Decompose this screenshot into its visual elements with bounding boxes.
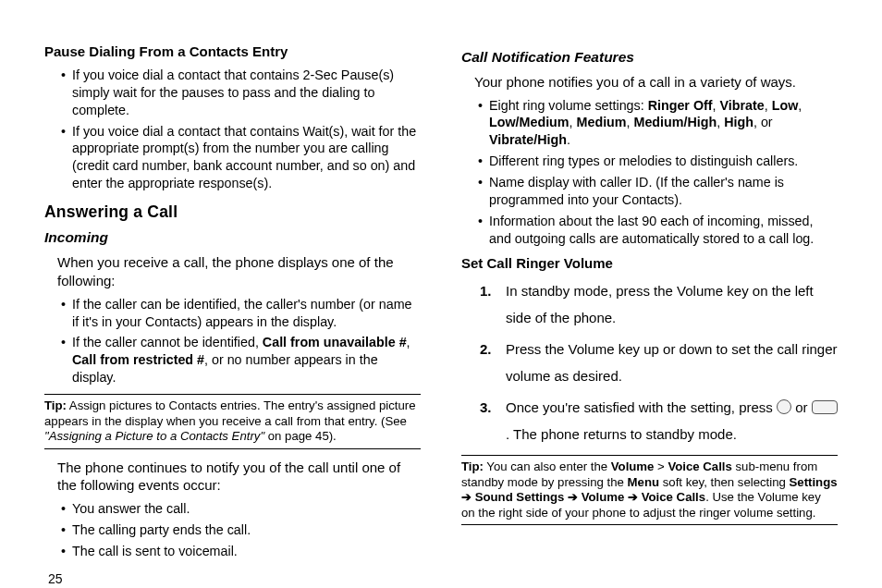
step-item: In standby mode, press the Volume key on…	[480, 278, 838, 331]
bold-text: Medium	[577, 115, 627, 129]
list-item: The calling party ends the call.	[61, 521, 421, 539]
ok-key-icon	[777, 399, 791, 414]
text: >	[654, 459, 668, 473]
bold-text: Ringer Off	[648, 98, 713, 113]
bold-text: Menu	[628, 475, 659, 489]
bold-text: Voice Calls	[642, 490, 705, 504]
heading-set-ringer-volume: Set Call Ringer Volume	[461, 254, 838, 273]
list-item: Name display with caller ID. (If the cal…	[478, 174, 838, 209]
bold-text: High	[724, 115, 753, 129]
tip-body: Assign pictures to Contacts entries. The…	[44, 398, 416, 428]
notification-intro: Your phone notifies you of a call in a v…	[474, 73, 838, 92]
list-item: If you voice dial a contact that contain…	[61, 123, 421, 192]
bold-text: Call from unavailable #	[263, 335, 407, 349]
text: soft key, then selecting	[659, 475, 790, 489]
text: The phone returns to standby mode.	[513, 426, 737, 442]
list-item: Eight ring volume settings: Ringer Off, …	[478, 97, 838, 150]
list-item: If the caller can be identified, the cal…	[61, 296, 421, 331]
continue-bullets: You answer the call. The calling party e…	[61, 500, 421, 560]
step-item: Press the Volume key up or down to set t…	[480, 337, 838, 389]
tip-body: on page 45).	[264, 429, 337, 443]
bold-text: Settings	[790, 475, 838, 489]
heading-incoming: Incoming	[44, 228, 421, 248]
bold-text: Voice Calls	[668, 459, 731, 473]
pause-bullets: If you voice dial a contact that contain…	[61, 67, 421, 192]
text: , or	[753, 115, 773, 129]
text: ,	[407, 335, 410, 349]
list-item: Different ring types or melodies to dist…	[478, 153, 838, 170]
bold-text: Vibrate	[720, 98, 765, 113]
tip-box: Tip: Assign pictures to Contacts entries…	[44, 394, 421, 449]
list-item: You answer the call.	[61, 500, 421, 518]
tip-label: Tip:	[461, 459, 484, 473]
tip-reference: "Assigning a Picture to a Contacts Entry…	[44, 429, 264, 443]
right-column: Call Notification Features Your phone no…	[454, 43, 838, 566]
heading-pause-dialing: Pause Dialing From a Contacts Entry	[44, 43, 421, 61]
columns: Pause Dialing From a Contacts Entry If y…	[44, 43, 838, 566]
arrow-icon: ➔	[461, 490, 472, 504]
arrow-icon: ➔	[628, 490, 638, 504]
continue-intro: The phone continues to notify you of the…	[57, 459, 421, 496]
list-item: Information about the last 90 each of in…	[478, 213, 838, 248]
notification-bullets: Eight ring volume settings: Ringer Off, …	[478, 97, 838, 248]
incoming-intro: When you receive a call, the phone displ…	[57, 253, 421, 290]
bold-text: Sound Settings	[475, 490, 565, 504]
bold-text: Volume	[582, 490, 625, 504]
bold-text: Low	[772, 98, 799, 113]
heading-answering-call: Answering a Call	[44, 202, 421, 223]
bold-text: Volume	[611, 459, 655, 473]
page-number: 25	[44, 571, 838, 586]
bold-text: Vibrate/High	[489, 132, 567, 147]
tip-box: Tip: You can also enter the Volume > Voi…	[461, 455, 838, 525]
page: Pause Dialing From a Contacts Entry If y…	[0, 0, 882, 588]
list-item: The call is sent to voicemail.	[61, 543, 421, 560]
bold-text: Medium/High	[634, 115, 717, 129]
text: .	[506, 426, 513, 442]
step-item: Once you're satisfied with the setting, …	[480, 395, 838, 447]
tip-label: Tip:	[44, 398, 67, 412]
heading-call-notification: Call Notification Features	[461, 48, 838, 67]
arrow-icon: ➔	[568, 490, 578, 504]
left-column: Pause Dialing From a Contacts Entry If y…	[44, 43, 421, 566]
text: .	[567, 132, 570, 147]
ringer-steps: In standby mode, press the Volume key on…	[480, 278, 838, 447]
text: Once you're satisfied with the setting, …	[506, 399, 777, 415]
text: or	[791, 399, 812, 415]
bold-text: Call from restricted #	[72, 352, 204, 367]
text: If the caller cannot be identified,	[72, 335, 263, 349]
text: Eight ring volume settings:	[489, 98, 648, 113]
text: You can also enter the	[484, 459, 611, 473]
list-item: If the caller cannot be identified, Call…	[61, 334, 421, 386]
incoming-bullets: If the caller can be identified, the cal…	[61, 296, 421, 386]
bold-text: Low/Medium	[489, 115, 570, 129]
key-icon	[812, 400, 838, 414]
list-item: If you voice dial a contact that contain…	[61, 67, 421, 119]
